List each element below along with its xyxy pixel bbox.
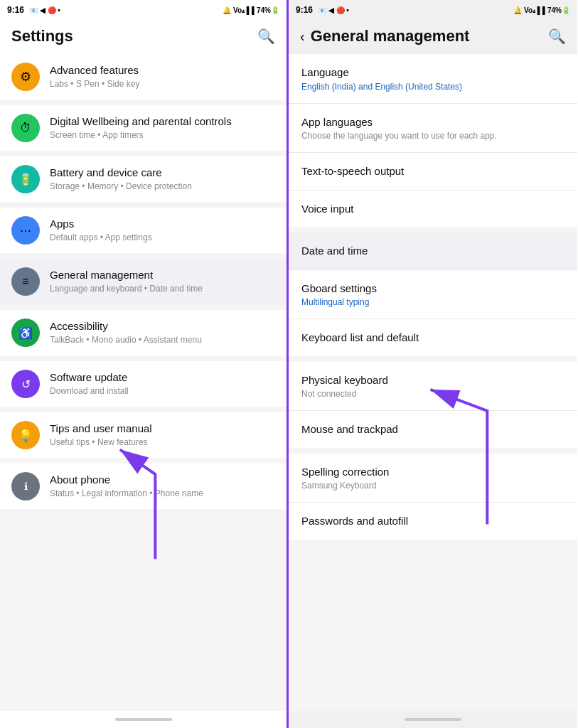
status-bar-right: 9:16 📧 ◀ 🔴 • 🔔 Vo₄ ▌▌74%🔋 (289, 0, 577, 20)
settings-group-5: ≡ General management Language and keyboa… (0, 259, 287, 304)
tips-subtitle: Useful tips • New features (50, 437, 275, 449)
right-panel: 9:16 📧 ◀ 🔴 • 🔔 Vo₄ ▌▌74%🔋 ‹ General mana… (289, 0, 577, 728)
bottom-bar-right (289, 711, 577, 728)
accessibility-subtitle: TalkBack • Mono audio • Assistant menu (50, 335, 275, 346)
settings-item-about-phone[interactable]: ℹ About phone Status • Legal information… (0, 464, 287, 509)
gboard-subtitle: Multilingual typing (301, 297, 564, 307)
passwords-autofill-title: Passwords and autofill (301, 514, 564, 528)
spelling-correction-subtitle: Samsung Keyboard (301, 481, 564, 491)
accessibility-icon: ♿ (11, 318, 40, 347)
list-item-gboard[interactable]: Gboard settings Multilingual typing (289, 270, 577, 320)
app-languages-title: App languages (301, 115, 564, 129)
settings-item-apps[interactable]: ⋯ Apps Default apps • App settings (0, 208, 287, 253)
list-group-1: Language English (India) and English (Un… (289, 54, 577, 227)
general-management-title: General management (50, 268, 275, 282)
battery-care-subtitle: Storage • Memory • Device protection (50, 181, 275, 193)
general-management-search-icon[interactable]: 🔍 (548, 28, 566, 45)
list-group-4: Spelling correction Samsung Keyboard Pas… (289, 454, 577, 540)
about-phone-title: About phone (50, 473, 275, 487)
mouse-trackpad-title: Mouse and trackpad (301, 422, 564, 437)
status-bar-left: 9:16 📧 ◀ 🔴 • 🔔 Vo₄ ▌▌74%🔋 (0, 0, 287, 20)
language-title: Language (301, 65, 564, 80)
settings-group-4: ⋯ Apps Default apps • App settings (0, 208, 287, 253)
settings-title: Settings (11, 27, 73, 46)
about-phone-text: About phone Status • Legal information •… (50, 473, 275, 499)
advanced-features-title: Advanced features (50, 63, 275, 77)
list-item-tts[interactable]: Text-to-speech output (289, 153, 577, 191)
accessibility-title: Accessibility (50, 319, 275, 333)
settings-search-icon[interactable]: 🔍 (257, 28, 275, 45)
general-management-subtitle: Language and keyboard • Date and time (50, 284, 275, 295)
list-item-spelling-correction[interactable]: Spelling correction Samsung Keyboard (289, 454, 577, 503)
signal-icons-left: 🔔 Vo₄ ▌▌74%🔋 (223, 6, 279, 14)
software-update-text: Software update Download and install (50, 370, 275, 397)
digital-wellbeing-title: Digital Wellbeing and parental controls (50, 114, 275, 129)
list-item-date-time[interactable]: Date and time (289, 232, 577, 270)
advanced-features-subtitle: Labs • S Pen • Side key (50, 79, 275, 90)
digital-wellbeing-text: Digital Wellbeing and parental controls … (50, 114, 275, 141)
general-management-text: General management Language and keyboard… (50, 268, 275, 294)
signal-icons-right: 🔔 Vo₄ ▌▌74%🔋 (513, 6, 570, 14)
tips-text: Tips and user manual Useful tips • New f… (50, 422, 275, 448)
status-right-left: 🔔 Vo₄ ▌▌74%🔋 (223, 6, 279, 14)
physical-keyboard-subtitle: Not connected (301, 389, 564, 399)
settings-item-digital-wellbeing[interactable]: ⏱ Digital Wellbeing and parental control… (0, 105, 287, 151)
back-button[interactable]: ‹ (300, 28, 305, 45)
battery-care-icon: 🔋 (11, 165, 40, 193)
time-right: 9:16 (296, 5, 313, 15)
tts-title: Text-to-speech output (301, 164, 564, 178)
apps-text: Apps Default apps • App settings (50, 217, 275, 243)
spelling-correction-title: Spelling correction (301, 465, 564, 479)
settings-group-8: 💡 Tips and user manual Useful tips • New… (0, 412, 287, 458)
status-left-right: 9:16 📧 ◀ 🔴 • (296, 5, 349, 15)
general-management-header: ‹ General management 🔍 (289, 20, 577, 54)
digital-wellbeing-subtitle: Screen time • App timers (50, 130, 275, 141)
status-icons-right: 📧 ◀ 🔴 • (318, 6, 349, 14)
advanced-features-icon: ⚙ (11, 63, 40, 91)
settings-item-battery-care[interactable]: 🔋 Battery and device care Storage • Memo… (0, 156, 287, 202)
general-management-list: Language English (India) and English (Un… (289, 54, 577, 711)
list-item-language[interactable]: Language English (India) and English (Un… (289, 54, 577, 104)
settings-list: ⚙ Advanced features Labs • S Pen • Side … (0, 54, 287, 711)
settings-group-1: ⚙ Advanced features Labs • S Pen • Side … (0, 54, 287, 100)
battery-care-text: Battery and device care Storage • Memory… (50, 166, 275, 192)
header-left-right: ‹ General management (300, 27, 469, 46)
about-phone-subtitle: Status • Legal information • Phone name (50, 488, 275, 500)
settings-group-6: ♿ Accessibility TalkBack • Mono audio • … (0, 310, 287, 355)
about-phone-icon: ℹ (11, 472, 40, 500)
status-right-right: 🔔 Vo₄ ▌▌74%🔋 (513, 6, 570, 14)
settings-group-7: ↺ Software update Download and install (0, 361, 287, 407)
list-item-mouse-trackpad[interactable]: Mouse and trackpad (289, 411, 577, 448)
bottom-pill-right (405, 718, 461, 721)
general-management-page-title: General management (311, 27, 470, 46)
software-update-subtitle: Download and install (50, 386, 275, 397)
list-item-app-languages[interactable]: App languages Choose the language you wa… (289, 104, 577, 154)
list-item-keyboard-list[interactable]: Keyboard list and default (289, 319, 577, 356)
bottom-pill-left (115, 718, 172, 721)
digital-wellbeing-icon: ⏱ (11, 114, 40, 142)
settings-header: Settings 🔍 (0, 20, 287, 54)
bottom-bar-left (0, 711, 287, 728)
settings-item-accessibility[interactable]: ♿ Accessibility TalkBack • Mono audio • … (0, 310, 287, 355)
battery-care-title: Battery and device care (50, 166, 275, 180)
list-item-voice-input[interactable]: Voice input (289, 191, 577, 228)
software-update-icon: ↺ (11, 370, 40, 398)
settings-item-advanced-features[interactable]: ⚙ Advanced features Labs • S Pen • Side … (0, 54, 287, 100)
list-group-2: Date and time Gboard settings Multilingu… (289, 232, 577, 356)
physical-keyboard-title: Physical keyboard (301, 373, 564, 387)
voice-input-title: Voice input (301, 202, 564, 216)
general-management-icon: ≡ (11, 267, 40, 296)
keyboard-list-title: Keyboard list and default (301, 331, 564, 345)
list-item-physical-keyboard[interactable]: Physical keyboard Not connected (289, 362, 577, 412)
settings-item-general-management[interactable]: ≡ General management Language and keyboa… (0, 259, 287, 304)
settings-item-software-update[interactable]: ↺ Software update Download and install (0, 361, 287, 407)
app-languages-subtitle: Choose the language you want to use for … (301, 131, 564, 141)
language-subtitle: English (India) and English (United Stat… (301, 82, 564, 92)
apps-icon: ⋯ (11, 216, 40, 245)
list-item-passwords-autofill[interactable]: Passwords and autofill (289, 503, 577, 540)
advanced-features-text: Advanced features Labs • S Pen • Side ke… (50, 63, 275, 90)
apps-subtitle: Default apps • App settings (50, 232, 275, 244)
date-time-title: Date and time (301, 244, 564, 258)
gboard-title: Gboard settings (301, 282, 564, 296)
settings-item-tips[interactable]: 💡 Tips and user manual Useful tips • New… (0, 412, 287, 458)
